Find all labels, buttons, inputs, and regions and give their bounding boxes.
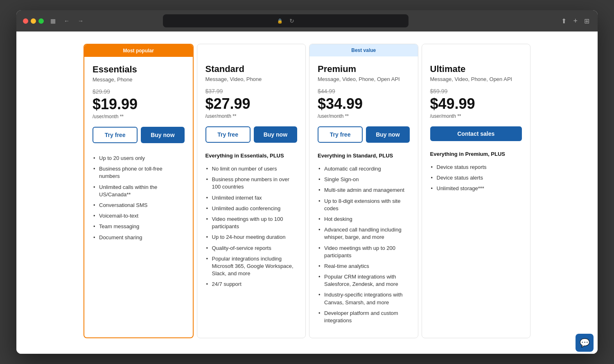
feature-item: Unlimited audio conferencing (205, 203, 298, 214)
plan-body-essentials: Essentials Message, Phone $29.99 $19.99 … (84, 57, 193, 250)
plan-name-premium: Premium (318, 64, 410, 74)
chat-button[interactable]: 💬 (576, 334, 594, 352)
share-button[interactable]: ⬆ (560, 16, 568, 27)
plan-price-ultimate: $49.99 (430, 95, 522, 112)
plan-original-price-premium: $44.99 (318, 88, 410, 94)
address-bar[interactable]: 🔒 ↻ (163, 14, 409, 27)
try-free-button-essentials[interactable]: Try free (93, 127, 138, 143)
plan-price-standard: $27.99 (205, 95, 298, 112)
browser-content: Most popular Essentials Message, Phone $… (16, 31, 598, 354)
plan-body-premium: Premium Message, Video, Phone, Open API … (309, 56, 418, 333)
plan-card-essentials: Most popular Essentials Message, Phone $… (84, 44, 194, 338)
feature-item: Real-time analytics (318, 261, 410, 272)
feature-item: Up to 20 users only (93, 153, 185, 164)
plan-name-essentials: Essentials (93, 64, 185, 75)
feature-item: Conversational SMS (93, 200, 185, 211)
feature-item: Document sharing (93, 232, 185, 243)
plan-price-note-standard: /user/month ** (205, 113, 298, 119)
feature-item: Device status alerts (430, 173, 522, 183)
plan-card-standard: - Standard Message, Video, Phone $37.99 … (197, 44, 306, 338)
lock-icon: 🔒 (277, 18, 283, 24)
buy-now-button-standard[interactable]: Buy now (254, 126, 297, 143)
feature-item: Video meetings with up to 200 participan… (318, 243, 410, 261)
browser-chrome: ▦ ← → 🔒 ↻ ⬆ + ⊞ (16, 10, 598, 31)
plan-includes-standard: Everything in Essentials, PLUS (205, 153, 298, 159)
plan-original-price-ultimate: $59.99 (430, 88, 522, 94)
plan-subtitle-standard: Message, Video, Phone (205, 76, 298, 82)
plan-includes-ultimate: Everything in Premium, PLUS (430, 151, 522, 157)
feature-item: Multi-site admin and management (318, 185, 410, 195)
buy-now-button-essentials[interactable]: Buy now (141, 127, 184, 143)
feature-item: Business phone or toll-free numbers (93, 164, 185, 182)
browser-actions: ⬆ + ⊞ (560, 15, 591, 27)
try-free-button-standard[interactable]: Try free (205, 126, 251, 143)
plan-body-standard: Standard Message, Video, Phone $37.99 $2… (197, 56, 306, 297)
plan-name-ultimate: Ultimate (430, 64, 522, 74)
feature-item: Single Sign-on (318, 174, 410, 185)
plan-original-price-essentials: $29.99 (93, 88, 185, 95)
feature-item: Hot desking (318, 214, 410, 225)
plan-buttons-essentials: Try free Buy now (93, 127, 185, 143)
new-tab-button[interactable]: + (571, 15, 579, 27)
plan-price-note-ultimate: /user/month ** (430, 113, 522, 119)
feature-item: Business phone numbers in over 100 count… (205, 174, 298, 192)
traffic-lights (23, 18, 44, 24)
plan-body-ultimate: Ultimate Message, Video, Phone, Open API… (422, 56, 530, 202)
feature-item: Unlimited calls within the US/Canada** (93, 182, 185, 200)
feature-item: Video meetings with up to 100 participan… (205, 214, 298, 232)
plan-price-premium: $34.99 (318, 95, 410, 112)
plan-includes-premium: Everything in Standard, PLUS (318, 153, 410, 159)
maximize-button[interactable] (38, 18, 44, 24)
browser-window: ▦ ← → 🔒 ↻ ⬆ + ⊞ Most popular Essentials … (16, 10, 598, 354)
feature-item: Unlimited internet fax (205, 193, 298, 203)
sidebar-toggle-button[interactable]: ▦ (49, 16, 57, 26)
feature-item: Popular CRM integrations with Salesforce… (318, 272, 410, 290)
plan-subtitle-premium: Message, Video, Phone, Open API (318, 76, 410, 82)
try-free-button-premium[interactable]: Try free (318, 126, 363, 143)
back-button[interactable]: ← (62, 16, 71, 26)
feature-item: 24/7 support (205, 279, 298, 290)
contact-sales-button[interactable]: Contact sales (430, 126, 522, 141)
popular-badge: Most popular (84, 45, 193, 57)
plan-buttons-standard: Try free Buy now (205, 126, 298, 143)
plan-price-note-premium: /user/month ** (318, 113, 410, 119)
plan-price-essentials: $19.99 (93, 96, 185, 113)
refresh-icon[interactable]: ↻ (289, 18, 294, 24)
plan-subtitle-ultimate: Message, Video, Phone, Open API (430, 76, 522, 82)
close-button[interactable] (23, 18, 28, 24)
feature-item: Advanced call handling including whisper… (318, 225, 410, 243)
feature-item: Voicemail-to-text (93, 211, 185, 221)
minimize-button[interactable] (31, 18, 36, 24)
plan-subtitle-essentials: Message, Phone (93, 76, 185, 83)
plan-features-standard: No limit on number of usersBusiness phon… (205, 164, 298, 290)
plan-buttons-ultimate: Contact sales (430, 126, 522, 141)
plan-name-standard: Standard (205, 64, 298, 74)
feature-item: No limit on number of users (205, 164, 298, 174)
feature-item: Developer platform and custom integratio… (318, 308, 410, 326)
plan-original-price-standard: $37.99 (205, 88, 298, 94)
feature-item: Automatic call recording (318, 164, 410, 174)
feature-item: Industry-specific integrations with Canv… (318, 290, 410, 308)
feature-item: Unlimited storage*** (430, 183, 522, 194)
plan-price-note-essentials: /user/month ** (93, 114, 185, 119)
plan-features-ultimate: Device status reportsDevice status alert… (430, 162, 522, 194)
plan-card-premium: Best value Premium Message, Video, Phone… (309, 44, 418, 338)
plan-card-ultimate: - Ultimate Message, Video, Phone, Open A… (422, 44, 531, 338)
pricing-container: Most popular Essentials Message, Phone $… (82, 44, 532, 342)
feature-item: Popular integrations including Microsoft… (205, 254, 298, 279)
plan-features-essentials: Up to 20 users onlyBusiness phone or tol… (93, 153, 185, 243)
buy-now-button-premium[interactable]: Buy now (366, 126, 409, 143)
plan-buttons-premium: Try free Buy now (318, 126, 410, 143)
plan-features-premium: Automatic call recordingSingle Sign-onMu… (318, 164, 410, 326)
feature-item: Quality-of-service reports (205, 243, 298, 254)
tab-overview-button[interactable]: ⊞ (582, 16, 591, 27)
feature-item: Team messaging (93, 221, 185, 232)
forward-button[interactable]: → (76, 16, 85, 26)
feature-item: Device status reports (430, 162, 522, 173)
feature-item: Up to 8-digit extensions with site codes (318, 196, 410, 214)
feature-item: Up to 24-hour meeting duration (205, 232, 298, 243)
best-value-badge: Best value (309, 44, 418, 56)
